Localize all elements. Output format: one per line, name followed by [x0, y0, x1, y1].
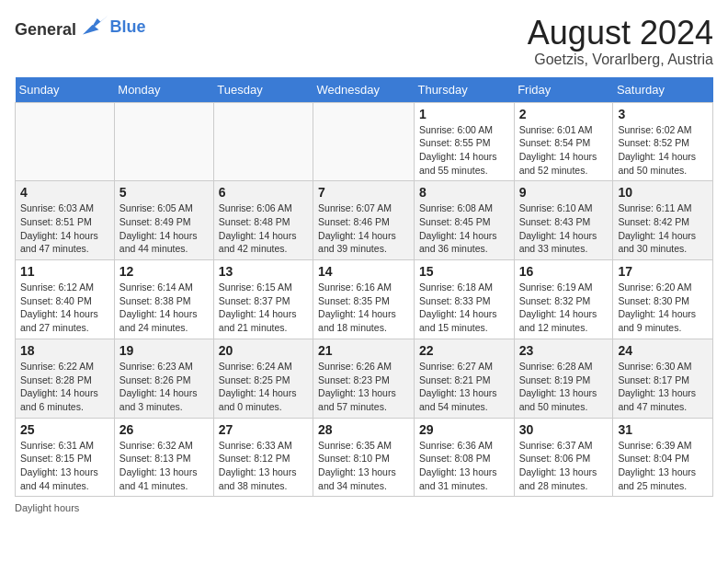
calendar-cell: 12Sunrise: 6:14 AMSunset: 8:38 PMDayligh… [114, 260, 213, 339]
calendar-cell: 28Sunrise: 6:35 AMSunset: 8:10 PMDayligh… [313, 418, 415, 497]
day-info: Sunrise: 6:36 AMSunset: 8:08 PMDaylight:… [419, 439, 509, 493]
calendar-cell [114, 102, 213, 181]
calendar-cell: 29Sunrise: 6:36 AMSunset: 8:08 PMDayligh… [414, 418, 514, 497]
day-number: 22 [419, 343, 509, 358]
calendar-cell: 20Sunrise: 6:24 AMSunset: 8:25 PMDayligh… [213, 339, 313, 418]
calendar-cell [213, 102, 313, 181]
calendar-cell: 27Sunrise: 6:33 AMSunset: 8:12 PMDayligh… [213, 418, 313, 497]
logo-text-general: General [15, 20, 76, 39]
day-number: 14 [318, 264, 409, 279]
day-info: Sunrise: 6:02 AMSunset: 8:52 PMDaylight:… [618, 123, 708, 178]
day-number: 31 [618, 422, 708, 437]
day-number: 13 [219, 264, 308, 279]
calendar-cell: 8Sunrise: 6:08 AMSunset: 8:45 PMDaylight… [414, 181, 514, 260]
calendar-cell: 10Sunrise: 6:11 AMSunset: 8:42 PMDayligh… [613, 181, 713, 260]
day-info: Sunrise: 6:22 AMSunset: 8:28 PMDaylight:… [20, 360, 109, 414]
day-number: 19 [119, 343, 209, 358]
calendar-cell: 17Sunrise: 6:20 AMSunset: 8:30 PMDayligh… [613, 260, 713, 339]
day-info: Sunrise: 6:11 AMSunset: 8:42 PMDaylight:… [618, 201, 708, 256]
day-info: Sunrise: 6:31 AMSunset: 8:15 PMDaylight:… [20, 439, 109, 493]
calendar-cell: 9Sunrise: 6:10 AMSunset: 8:43 PMDaylight… [514, 181, 613, 260]
calendar-cell: 5Sunrise: 6:05 AMSunset: 8:49 PMDaylight… [114, 181, 213, 260]
logo-text-blue: Blue [110, 17, 146, 36]
day-info: Sunrise: 6:03 AMSunset: 8:51 PMDaylight:… [20, 201, 109, 256]
day-number: 25 [20, 422, 109, 437]
calendar-day-header: Thursday [414, 77, 514, 103]
day-number: 28 [318, 422, 409, 437]
day-number: 10 [618, 185, 708, 200]
calendar-day-header: Sunday [16, 77, 115, 103]
day-info: Sunrise: 6:12 AMSunset: 8:40 PMDaylight:… [20, 281, 109, 335]
calendar-cell: 22Sunrise: 6:27 AMSunset: 8:21 PMDayligh… [414, 339, 514, 418]
day-number: 18 [20, 343, 109, 358]
page-header: General Blue August 2024 Goetzis, Vorarl… [15, 15, 713, 68]
day-number: 23 [519, 343, 609, 358]
calendar-header-row: SundayMondayTuesdayWednesdayThursdayFrid… [16, 77, 713, 103]
month-title: August 2024 [528, 15, 713, 52]
day-info: Sunrise: 6:19 AMSunset: 8:32 PMDaylight:… [519, 281, 609, 335]
calendar-cell: 16Sunrise: 6:19 AMSunset: 8:32 PMDayligh… [514, 260, 613, 339]
calendar-day-header: Monday [114, 77, 213, 103]
day-info: Sunrise: 6:30 AMSunset: 8:17 PMDaylight:… [618, 360, 708, 414]
day-number: 11 [20, 264, 109, 279]
day-info: Sunrise: 6:15 AMSunset: 8:37 PMDaylight:… [219, 281, 308, 335]
calendar-cell: 7Sunrise: 6:07 AMSunset: 8:46 PMDaylight… [313, 181, 415, 260]
calendar-table: SundayMondayTuesdayWednesdayThursdayFrid… [15, 77, 713, 498]
calendar-cell: 2Sunrise: 6:01 AMSunset: 8:54 PMDaylight… [514, 102, 613, 181]
day-info: Sunrise: 6:05 AMSunset: 8:49 PMDaylight:… [119, 201, 209, 256]
calendar-cell: 15Sunrise: 6:18 AMSunset: 8:33 PMDayligh… [414, 260, 514, 339]
day-number: 9 [519, 185, 609, 200]
calendar-cell: 1Sunrise: 6:00 AMSunset: 8:55 PMDaylight… [414, 102, 514, 181]
calendar-cell: 11Sunrise: 6:12 AMSunset: 8:40 PMDayligh… [16, 260, 115, 339]
calendar-cell: 14Sunrise: 6:16 AMSunset: 8:35 PMDayligh… [313, 260, 415, 339]
day-info: Sunrise: 6:07 AMSunset: 8:46 PMDaylight:… [318, 201, 409, 256]
day-number: 21 [318, 343, 409, 358]
day-info: Sunrise: 6:20 AMSunset: 8:30 PMDaylight:… [618, 281, 708, 335]
calendar-cell: 25Sunrise: 6:31 AMSunset: 8:15 PMDayligh… [16, 418, 115, 497]
day-number: 15 [419, 264, 509, 279]
calendar-day-header: Wednesday [313, 77, 415, 103]
day-info: Sunrise: 6:23 AMSunset: 8:26 PMDaylight:… [119, 360, 209, 414]
day-info: Sunrise: 6:27 AMSunset: 8:21 PMDaylight:… [419, 360, 509, 414]
day-info: Sunrise: 6:00 AMSunset: 8:55 PMDaylight:… [419, 123, 509, 178]
daylight-label: Daylight hours [15, 502, 79, 513]
calendar-week-row: 11Sunrise: 6:12 AMSunset: 8:40 PMDayligh… [16, 260, 713, 339]
calendar-cell: 24Sunrise: 6:30 AMSunset: 8:17 PMDayligh… [613, 339, 713, 418]
day-info: Sunrise: 6:16 AMSunset: 8:35 PMDaylight:… [318, 281, 409, 335]
calendar-cell: 18Sunrise: 6:22 AMSunset: 8:28 PMDayligh… [16, 339, 115, 418]
location-title: Goetzis, Vorarlberg, Austria [528, 52, 713, 68]
day-number: 6 [219, 185, 308, 200]
day-info: Sunrise: 6:33 AMSunset: 8:12 PMDaylight:… [219, 439, 308, 493]
day-info: Sunrise: 6:14 AMSunset: 8:38 PMDaylight:… [119, 281, 209, 335]
day-info: Sunrise: 6:37 AMSunset: 8:06 PMDaylight:… [519, 439, 609, 493]
calendar-day-header: Tuesday [213, 77, 313, 103]
day-info: Sunrise: 6:01 AMSunset: 8:54 PMDaylight:… [519, 123, 609, 178]
calendar-cell: 6Sunrise: 6:06 AMSunset: 8:48 PMDaylight… [213, 181, 313, 260]
day-number: 4 [20, 185, 109, 200]
day-number: 29 [419, 422, 509, 437]
day-number: 20 [219, 343, 308, 358]
day-number: 2 [519, 107, 609, 121]
calendar-cell: 19Sunrise: 6:23 AMSunset: 8:26 PMDayligh… [114, 339, 213, 418]
svg-marker-1 [83, 25, 99, 35]
calendar-cell [313, 102, 415, 181]
calendar-cell: 13Sunrise: 6:15 AMSunset: 8:37 PMDayligh… [213, 260, 313, 339]
logo: General Blue [15, 15, 146, 40]
day-info: Sunrise: 6:39 AMSunset: 8:04 PMDaylight:… [618, 439, 708, 493]
calendar-week-row: 4Sunrise: 6:03 AMSunset: 8:51 PMDaylight… [16, 181, 713, 260]
calendar-cell: 31Sunrise: 6:39 AMSunset: 8:04 PMDayligh… [613, 418, 713, 497]
day-number: 3 [618, 107, 708, 121]
day-info: Sunrise: 6:18 AMSunset: 8:33 PMDaylight:… [419, 281, 509, 335]
calendar-cell: 21Sunrise: 6:26 AMSunset: 8:23 PMDayligh… [313, 339, 415, 418]
day-number: 16 [519, 264, 609, 279]
title-section: August 2024 Goetzis, Vorarlberg, Austria [528, 15, 713, 68]
calendar-cell [16, 102, 115, 181]
logo-bird-icon [83, 15, 108, 35]
day-info: Sunrise: 6:32 AMSunset: 8:13 PMDaylight:… [119, 439, 209, 493]
calendar-cell: 4Sunrise: 6:03 AMSunset: 8:51 PMDaylight… [16, 181, 115, 260]
calendar-week-row: 18Sunrise: 6:22 AMSunset: 8:28 PMDayligh… [16, 339, 713, 418]
day-info: Sunrise: 6:28 AMSunset: 8:19 PMDaylight:… [519, 360, 609, 414]
calendar-cell: 26Sunrise: 6:32 AMSunset: 8:13 PMDayligh… [114, 418, 213, 497]
day-number: 1 [419, 107, 509, 121]
calendar-week-row: 1Sunrise: 6:00 AMSunset: 8:55 PMDaylight… [16, 102, 713, 181]
